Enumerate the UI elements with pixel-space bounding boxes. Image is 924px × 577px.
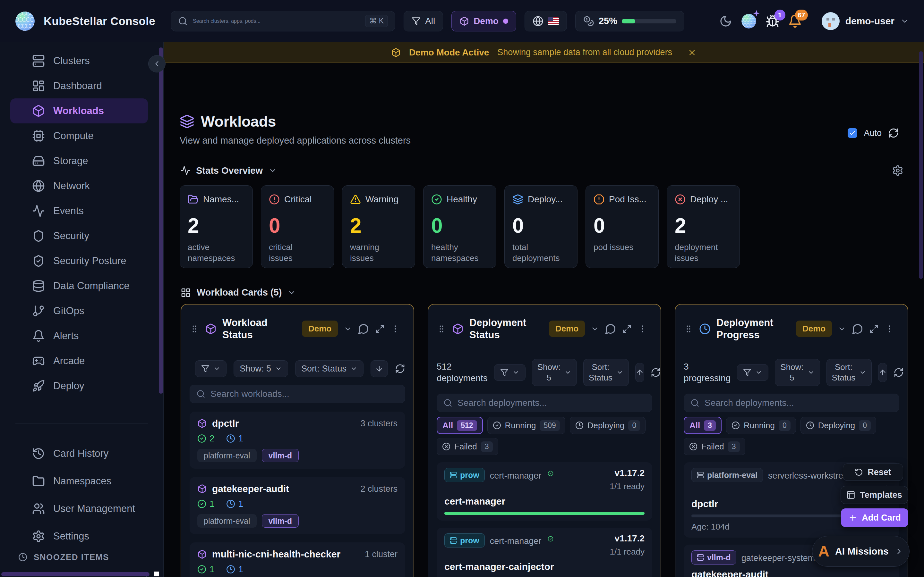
- stat-card[interactable]: Deploy... 0 total deployments: [504, 185, 577, 268]
- card-menu-button[interactable]: [885, 324, 894, 334]
- stat-card[interactable]: Warning 2 warning issues: [342, 185, 415, 268]
- sidebar-item[interactable]: Network: [0, 173, 163, 198]
- filter-dropdown[interactable]: [195, 360, 226, 377]
- show-dropdown[interactable]: Show:5: [775, 359, 820, 386]
- show-dropdown[interactable]: Show: 5: [234, 360, 288, 377]
- filter-dropdown[interactable]: [737, 364, 768, 381]
- bug-report-button[interactable]: 1: [766, 14, 780, 28]
- card-menu-button[interactable]: [638, 324, 647, 334]
- workload-tag[interactable]: vllm-d: [262, 449, 299, 462]
- card-refresh-button[interactable]: [893, 367, 904, 378]
- sort-direction-button[interactable]: [635, 363, 644, 382]
- chevron-down-icon[interactable]: [344, 325, 352, 333]
- sort-dropdown[interactable]: Sort: Status: [295, 360, 363, 377]
- status-filter-chip[interactable]: Running 0: [726, 417, 796, 434]
- card-expand-button[interactable]: [869, 324, 879, 334]
- deployment-list-item[interactable]: prow cert-manager v1.17.2 1/1 ready cert…: [437, 528, 652, 577]
- sidebar-item[interactable]: Security: [0, 223, 163, 248]
- sidebar-item[interactable]: Namespaces: [0, 467, 163, 495]
- sidebar-item[interactable]: Alerts: [0, 324, 163, 348]
- auto-checkbox[interactable]: [848, 128, 857, 138]
- drag-handle-icon[interactable]: [437, 324, 446, 334]
- stat-card[interactable]: Pod Iss... 0 pod issues: [586, 185, 659, 268]
- sort-direction-button[interactable]: [878, 363, 887, 382]
- demo-mode-button[interactable]: Demo: [451, 11, 516, 31]
- env-chip[interactable]: platform-eval: [691, 468, 763, 482]
- user-menu[interactable]: demo-user: [822, 12, 909, 30]
- status-filter-chip[interactable]: Deploying 0: [800, 417, 876, 434]
- ai-missions-button[interactable]: A AI Missions: [812, 536, 909, 567]
- add-card-button[interactable]: Add Card: [841, 508, 908, 527]
- chevron-down-icon[interactable]: [591, 325, 599, 333]
- workload-list-item[interactable]: multi-nic-cni-health-checker 1 cluster 1…: [190, 542, 405, 577]
- global-search[interactable]: ⌘ K: [171, 11, 395, 31]
- drag-handle-icon[interactable]: [190, 324, 199, 334]
- stats-settings-button[interactable]: [892, 165, 903, 176]
- status-filter-chip[interactable]: Failed 3: [684, 438, 745, 455]
- global-search-input[interactable]: [193, 18, 360, 24]
- card-chat-button[interactable]: [605, 323, 616, 335]
- language-button[interactable]: [525, 11, 567, 31]
- sort-dropdown[interactable]: Sort:Status: [583, 359, 629, 386]
- reset-button[interactable]: Reset: [843, 464, 903, 481]
- card-chat-button[interactable]: [358, 323, 369, 335]
- card-chat-button[interactable]: [852, 323, 863, 335]
- sidebar-item[interactable]: Deploy: [0, 374, 163, 398]
- sidebar-collapse-button[interactable]: [148, 55, 166, 73]
- stat-card[interactable]: Critical 0 critical issues: [261, 185, 334, 268]
- sidebar-item[interactable]: Clusters: [0, 48, 163, 73]
- sidebar-horizontal-scrollbar[interactable]: [1, 572, 150, 576]
- env-chip[interactable]: prow: [444, 468, 485, 482]
- status-filter-chip[interactable]: All 3: [684, 417, 722, 434]
- sidebar-item[interactable]: Settings: [0, 522, 163, 550]
- workload-search[interactable]: [190, 385, 405, 403]
- notifications-button[interactable]: 67: [788, 14, 802, 28]
- card-refresh-button[interactable]: [395, 364, 405, 374]
- sidebar-item[interactable]: Data Compliance: [0, 274, 163, 298]
- theme-toggle-button[interactable]: [719, 15, 732, 27]
- stat-card[interactable]: Deploy ... 2 deployment issues: [667, 185, 740, 268]
- card-expand-button[interactable]: [622, 324, 632, 334]
- workload-tag[interactable]: platform-eval: [197, 449, 257, 462]
- sidebar-item[interactable]: Security Posture: [0, 248, 163, 274]
- assistant-logo-icon[interactable]: [740, 13, 757, 29]
- usage-slider[interactable]: [622, 19, 676, 23]
- deployment-search[interactable]: [437, 394, 652, 412]
- show-dropdown[interactable]: Show:5: [532, 359, 577, 386]
- workload-search-input[interactable]: [210, 389, 399, 399]
- deployment-search-input[interactable]: [704, 398, 893, 408]
- sort-dropdown[interactable]: Sort:Status: [827, 359, 872, 386]
- chevron-down-icon[interactable]: [838, 325, 846, 333]
- chevron-down-icon[interactable]: [288, 288, 296, 297]
- main-scrollbar[interactable]: [919, 51, 923, 279]
- stat-card[interactable]: Names... 2 active namespaces: [180, 185, 253, 268]
- sidebar-item[interactable]: Storage: [0, 148, 163, 173]
- templates-button[interactable]: Templates: [841, 486, 908, 504]
- sidebar-scrollbar[interactable]: [159, 47, 163, 394]
- sidebar-item[interactable]: Compute: [0, 123, 163, 148]
- banner-close-button[interactable]: [688, 48, 696, 57]
- sidebar-item[interactable]: Workloads: [10, 98, 148, 123]
- filter-dropdown[interactable]: [494, 364, 525, 381]
- workload-tag[interactable]: vllm-d: [262, 514, 299, 528]
- env-chip[interactable]: prow: [444, 533, 485, 548]
- filter-all-button[interactable]: All: [404, 11, 443, 31]
- card-expand-button[interactable]: [375, 324, 384, 334]
- deployment-search[interactable]: [684, 394, 899, 412]
- workload-tag[interactable]: platform-eval: [197, 514, 257, 528]
- sidebar-item[interactable]: Dashboard: [0, 73, 163, 98]
- deployment-search-input[interactable]: [457, 398, 646, 408]
- status-filter-chip[interactable]: All 512: [437, 417, 483, 434]
- sidebar-item[interactable]: Card History: [0, 440, 163, 467]
- card-refresh-button[interactable]: [651, 367, 661, 378]
- deployment-list-item[interactable]: prow cert-manager v1.17.2 1/1 ready cert…: [437, 462, 652, 521]
- sort-direction-button[interactable]: [371, 360, 388, 377]
- status-filter-chip[interactable]: Failed 3: [437, 438, 498, 455]
- sidebar-item[interactable]: GitOps: [0, 298, 163, 324]
- drag-handle-icon[interactable]: [684, 324, 693, 334]
- usage-meter[interactable]: 25%: [575, 11, 684, 31]
- status-filter-chip[interactable]: Deploying 0: [570, 417, 646, 434]
- status-filter-chip[interactable]: Running 509: [487, 417, 565, 434]
- stat-card[interactable]: Healthy 0 healthy namespaces: [423, 185, 496, 268]
- sidebar-item[interactable]: Arcade: [0, 348, 163, 374]
